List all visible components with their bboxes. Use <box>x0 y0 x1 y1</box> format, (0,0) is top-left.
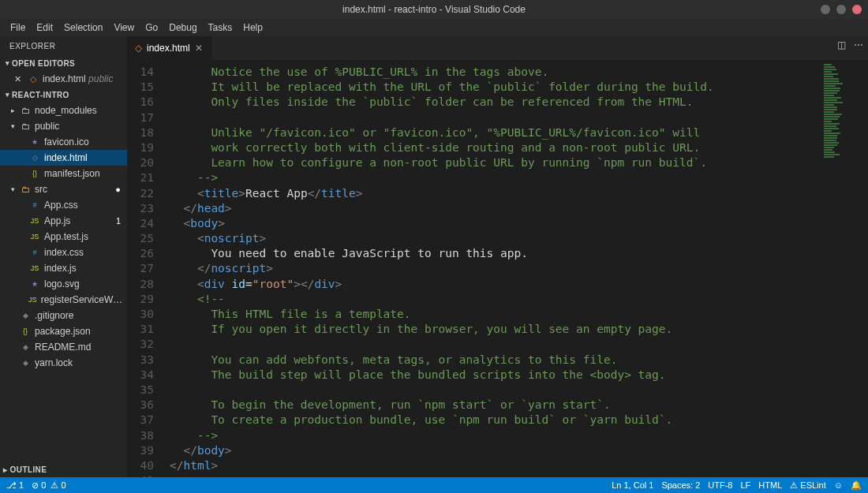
tree-item-label: manifest.json <box>44 168 100 179</box>
minimap[interactable] <box>821 60 868 477</box>
title-bar: index.html - react-intro - Visual Studio… <box>0 0 868 19</box>
menu-view[interactable]: View <box>108 22 140 33</box>
open-editors-label: OPEN EDITORS <box>12 59 75 68</box>
menu-go[interactable]: Go <box>140 22 163 33</box>
js-file-icon: JS <box>28 217 41 225</box>
window-buttons <box>821 5 862 14</box>
folder-icon: 🗀 <box>19 121 32 131</box>
chevron-right-icon: ▸ <box>11 106 19 114</box>
js-file-icon: JS <box>28 264 41 272</box>
indentation[interactable]: Spaces: 2 <box>661 480 700 490</box>
window-title: index.html - react-intro - Visual Studio… <box>342 4 526 15</box>
txt-file-icon: ◆ <box>19 359 32 367</box>
open-editors-section[interactable]: ▾OPEN EDITORS <box>0 55 127 71</box>
tree-item-label: logo.svg <box>44 278 80 289</box>
file-item[interactable]: #App.css <box>0 197 127 213</box>
html-file-icon: ◇ <box>27 74 39 84</box>
css-file-icon: # <box>28 248 41 256</box>
source-control-icon[interactable]: ⎇ 1 <box>6 480 24 491</box>
split-editor-icon[interactable]: ◫ <box>837 39 846 50</box>
maximize-icon[interactable] <box>836 5 846 14</box>
folder-item[interactable]: ▸🗀node_modules <box>0 103 127 118</box>
tree-item-label: package.json <box>35 326 91 337</box>
code-editor[interactable]: 1415161718192021222324252627282930313233… <box>127 60 868 477</box>
chevron-down-icon: ▾ <box>11 122 19 130</box>
file-item[interactable]: JSindex.js <box>0 260 127 276</box>
file-item[interactable]: JSApp.js1 <box>0 213 127 229</box>
file-item[interactable]: JSregisterServiceWorker.js <box>0 292 127 308</box>
menu-tasks[interactable]: Tasks <box>203 22 238 33</box>
outline-label: OUTLINE <box>10 465 47 474</box>
tree-item-label: README.md <box>35 342 91 353</box>
tree-item-label: favicon.ico <box>44 136 89 148</box>
close-icon[interactable] <box>852 5 862 14</box>
language-mode[interactable]: HTML <box>758 480 782 490</box>
menu-debug[interactable]: Debug <box>163 22 202 33</box>
file-item[interactable]: ★favicon.ico <box>0 134 127 150</box>
tree-item-label: registerServiceWorker.js <box>41 294 127 305</box>
explorer-panel: EXPLORER ▾OPEN EDITORS ✕ ◇ index.html pu… <box>0 36 127 477</box>
feedback-icon[interactable]: ☺ <box>834 480 843 490</box>
outline-section[interactable]: ▸ OUTLINE <box>0 461 127 477</box>
file-item[interactable]: ◆README.md <box>0 339 127 355</box>
project-label: REACT-INTRO <box>12 91 69 99</box>
dirty-indicator: ● <box>115 185 121 194</box>
tree-item-label: node_modules <box>35 105 97 116</box>
more-actions-icon[interactable]: ⋯ <box>854 39 863 50</box>
css-file-icon: # <box>28 201 41 209</box>
folder-icon: 🗀 <box>19 106 32 115</box>
encoding[interactable]: UTF-8 <box>708 480 732 490</box>
modified-badge: 1 <box>116 216 121 226</box>
open-file-label: index.html public <box>43 73 113 84</box>
editor-group: ◇index.html✕ ◫ ⋯ 14151617181920212223242… <box>127 36 868 477</box>
tree-item-label: App.js <box>44 215 70 226</box>
file-item[interactable]: JSApp.test.js <box>0 229 127 245</box>
code-content[interactable]: Notice the use of %PUBLIC_URL% in the ta… <box>165 60 868 477</box>
js-file-icon: JS <box>28 233 41 241</box>
problems-status[interactable]: ⊘ 0 ⚠ 0 <box>32 480 65 491</box>
file-item[interactable]: ◆yarn.lock <box>0 355 127 371</box>
tree-item-label: public <box>35 121 59 132</box>
folder-item[interactable]: ▾🗀src● <box>0 181 127 197</box>
js-file-icon: JS <box>27 296 37 304</box>
img-file-icon: ★ <box>28 280 41 288</box>
editor-tab[interactable]: ◇index.html✕ <box>127 36 211 60</box>
open-editor-item[interactable]: ✕ ◇ index.html public <box>0 71 127 87</box>
tree-item-label: index.html <box>44 152 88 163</box>
menu-help[interactable]: Help <box>238 22 268 33</box>
tree-item-label: .gitignore <box>35 310 73 321</box>
txt-file-icon: ◆ <box>19 312 32 319</box>
eol[interactable]: LF <box>740 480 750 490</box>
tab-label: index.html <box>147 43 190 54</box>
close-file-icon[interactable]: ✕ <box>11 74 24 84</box>
line-numbers: 1415161718192021222324252627282930313233… <box>127 60 165 477</box>
folder-icon: 🗀 <box>19 185 32 194</box>
folder-item[interactable]: ▾🗀public <box>0 118 127 134</box>
file-tree: ▸🗀node_modules▾🗀public★favicon.ico◇index… <box>0 103 127 461</box>
json-file-icon: {} <box>28 170 41 177</box>
json-file-icon: {} <box>19 327 32 335</box>
editor-toolbar: ◫ ⋯ <box>837 39 863 50</box>
tree-item-label: index.css <box>44 247 84 258</box>
img-file-icon: ★ <box>28 138 41 146</box>
file-item[interactable]: ◇index.html <box>0 150 127 166</box>
file-item[interactable]: {}package.json <box>0 323 127 339</box>
project-section[interactable]: ▾REACT-INTRO <box>0 87 127 103</box>
eslint-status[interactable]: ⚠ ESLint <box>790 480 825 491</box>
status-bar: ⎇ 1 ⊘ 0 ⚠ 0 Ln 1, Col 1 Spaces: 2 UTF-8 … <box>0 477 868 493</box>
file-item[interactable]: {}manifest.json <box>0 166 127 181</box>
file-item[interactable]: #index.css <box>0 245 127 260</box>
file-item[interactable]: ★logo.svg <box>0 276 127 292</box>
txt-file-icon: ◆ <box>19 343 32 351</box>
file-item[interactable]: ◆.gitignore <box>0 308 127 323</box>
menu-selection[interactable]: Selection <box>58 22 108 33</box>
cursor-position[interactable]: Ln 1, Col 1 <box>612 480 653 490</box>
close-tab-icon[interactable]: ✕ <box>195 43 203 54</box>
menu-file[interactable]: File <box>5 22 31 33</box>
menu-edit[interactable]: Edit <box>31 22 58 33</box>
notifications-icon[interactable]: 🔔 <box>851 480 862 491</box>
minimize-icon[interactable] <box>821 5 830 14</box>
tree-item-label: src <box>35 184 47 195</box>
tree-item-label: yarn.lock <box>35 357 73 368</box>
html-file-icon: ◇ <box>28 154 41 162</box>
